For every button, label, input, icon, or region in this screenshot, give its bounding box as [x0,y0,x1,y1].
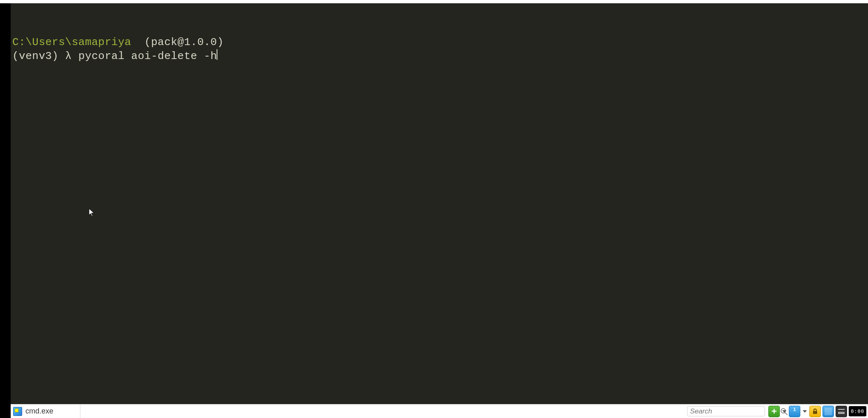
tab-cmd[interactable]: cmd.exe [11,404,80,418]
split-pane-button[interactable] [822,406,834,417]
search-box[interactable] [687,406,765,416]
lock-icon [812,408,818,415]
prompt-line-1: C:\Users\samapriya (pack@1.0.0) [12,36,866,49]
window-left-gutter [0,3,11,418]
status-bar: cmd.exe + [11,404,868,418]
prompt-package: (pack@1.0.0) [144,36,224,48]
clock-chip: 0:00 [849,406,866,416]
terminal-tab-icon [13,407,22,416]
new-tab-button[interactable]: + [768,406,780,417]
window-titlebar-edge [0,0,868,3]
app-frame: C:\Users\samapriya (pack@1.0.0)(venv3) λ… [0,0,868,418]
main-menu-button[interactable] [836,406,847,417]
search-input[interactable] [690,407,778,416]
prompt-line-2: (venv3) λ pycoral aoi-delete -h [12,49,866,63]
tab-label: cmd.exe [25,407,53,416]
single-pane-button[interactable] [789,406,800,417]
terminal-cursor [217,49,217,60]
terminal-viewport[interactable]: C:\Users\samapriya (pack@1.0.0)(venv3) λ… [11,3,868,404]
plus-icon: + [772,407,777,416]
statusbar-spacer [80,404,685,418]
lock-button[interactable] [809,406,821,417]
prompt-path: C:\Users\samapriya [12,36,131,48]
new-tab-menu-button[interactable] [781,406,787,417]
entered-command: pycoral aoi-delete -h [78,50,217,62]
hamburger-icon [838,409,845,414]
clock-time: 0:00 [851,409,864,414]
prompt-venv: (venv3) [12,50,59,62]
prompt-lambda: λ [65,50,72,62]
terminal-output: C:\Users\samapriya (pack@1.0.0)(venv3) λ… [11,3,868,404]
pane-menu-button[interactable] [802,406,808,417]
